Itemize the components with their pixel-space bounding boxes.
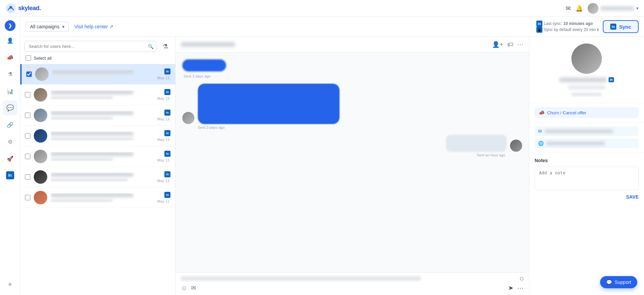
user-meta: in May 13.: [157, 110, 170, 121]
profile-linkedin-badge: in: [609, 77, 614, 82]
user-menu[interactable]: ▾: [588, 3, 639, 14]
list-item[interactable]: in May 13.: [20, 126, 175, 146]
tag-button[interactable]: 🏷: [507, 41, 513, 48]
user-meta: in May 13.: [157, 68, 170, 80]
add-user-button[interactable]: 👤+: [492, 41, 503, 48]
logo: skylead.: [5, 3, 41, 14]
sidebar-item-theme[interactable]: ✳: [3, 277, 18, 292]
list-item[interactable]: in May 13.: [20, 105, 175, 126]
message-sent: Sent 3 days ago: [182, 59, 522, 78]
user-info: [51, 131, 154, 141]
sidebar-item-linkedin[interactable]: in: [3, 168, 18, 183]
svg-point-1: [9, 6, 12, 8]
support-button[interactable]: 💬 Support: [600, 276, 637, 288]
profile-extra: [571, 93, 602, 96]
user-meta: in May 13.: [157, 171, 170, 183]
compose-more-button[interactable]: ⋯: [517, 284, 524, 292]
dropdown-icon: ▾: [636, 6, 639, 11]
list-item[interactable]: in May 13.: [20, 85, 175, 105]
help-center-link[interactable]: Visit help center ↗: [74, 24, 113, 29]
chat-messages: Sent 3 days ago Sent 3 days ago: [176, 53, 529, 272]
email-value: [545, 129, 613, 133]
list-item[interactable]: in May 13.: [20, 167, 175, 187]
linkedin-badge: in: [164, 171, 170, 177]
user-subtitle: [51, 199, 113, 202]
sidebar-item-filter[interactable]: ⚗: [3, 67, 18, 82]
send-button[interactable]: ➤: [508, 284, 513, 292]
user-checkbox[interactable]: [25, 174, 30, 180]
linkedin-badge: in: [164, 68, 170, 75]
filter-button[interactable]: ⚗: [160, 41, 171, 52]
campaign-dropdown-icon: ▾: [62, 24, 64, 29]
save-button[interactable]: SAVE: [626, 194, 639, 200]
sync-li-icon: in: [536, 21, 542, 27]
user-checkbox[interactable]: [25, 133, 30, 139]
bell-icon[interactable]: 🔔: [575, 5, 583, 12]
sync-button[interactable]: in Sync: [603, 20, 639, 33]
user-checkbox[interactable]: [25, 154, 30, 159]
user-subtitle: [51, 96, 113, 99]
search-icon: 🔍: [148, 44, 154, 49]
message-bubble: [198, 84, 340, 124]
contact-email-row: ✉: [535, 126, 639, 136]
user-checkbox[interactable]: [25, 113, 30, 118]
linkedin-icon: in: [6, 171, 14, 179]
user-name: [51, 193, 133, 197]
website-icon: 🌐: [538, 141, 544, 146]
sidebar-item-settings[interactable]: ⚙: [3, 134, 18, 149]
user-date: May 13.: [157, 158, 170, 162]
user-checkbox[interactable]: [25, 92, 30, 97]
notes-save-row: SAVE: [535, 194, 639, 200]
search-input[interactable]: [24, 41, 157, 52]
sync-btn-li-icon: in: [610, 24, 616, 30]
message-time: Sent 3 days ago: [198, 125, 225, 129]
sidebar-item-launch[interactable]: 🚀: [3, 151, 18, 166]
chat-user-name: [181, 42, 235, 47]
compose-right-actions: ➤ ⋯: [508, 284, 524, 292]
linkedin-badge: in: [164, 192, 170, 198]
list-item[interactable]: in May 11.: [20, 187, 175, 208]
user-checkbox[interactable]: [25, 195, 30, 200]
chat-panel: 👤+ 🏷 ⋯ Sent 3 days ago Sent: [176, 37, 529, 295]
sidebar-item-profile[interactable]: 👤: [3, 33, 18, 48]
sidebar-toggle[interactable]: ❯: [5, 20, 16, 31]
sync-info-icon[interactable]: ℹ: [597, 27, 599, 32]
user-meta: in May 13.: [157, 151, 170, 162]
right-panel: in 📣 Churn / Cancel offer ✉ 🌐: [529, 37, 644, 295]
sidebar-item-campaigns[interactable]: 📣: [3, 50, 18, 65]
avatar: [34, 170, 47, 184]
tag-label: Churn / Cancel offer: [547, 110, 586, 115]
search-bar: 🔍 ⚗: [20, 37, 175, 52]
notes-input[interactable]: [535, 167, 639, 190]
tags-section: 📣 Churn / Cancel offer: [529, 103, 644, 122]
profile-section: in: [529, 37, 644, 103]
message-received: Sent an hour ago: [182, 135, 522, 157]
user-checkbox[interactable]: [26, 71, 32, 77]
user-subtitle: [51, 137, 133, 141]
compose-actions-row: ☺ ✉ ➤ ⋯: [181, 284, 524, 292]
emoji-button[interactable]: ☺: [181, 284, 187, 292]
mail-icon[interactable]: ✉: [566, 5, 571, 12]
sidebar-item-analytics[interactable]: 📊: [3, 84, 18, 98]
user-name: [52, 70, 133, 74]
sync-last-label: Last sync:: [544, 21, 562, 26]
email-template-button[interactable]: ✉: [191, 284, 196, 292]
message-sent: Sent 3 days ago: [182, 84, 522, 129]
campaign-dropdown[interactable]: All campaigns ▾: [26, 22, 69, 32]
list-item[interactable]: in May 13.: [20, 146, 175, 167]
profile-avatar: [571, 43, 602, 74]
sidebar-item-inbox[interactable]: 💬: [3, 100, 18, 115]
sidebar-item-links[interactable]: 🔗: [3, 117, 18, 132]
avatar: [34, 150, 47, 163]
user-info: [51, 173, 154, 182]
tag-item-churn[interactable]: 📣 Churn / Cancel offer: [535, 107, 639, 118]
message-bubble: [182, 59, 226, 71]
search-input-wrap: 🔍: [24, 41, 157, 52]
select-all-checkbox[interactable]: [26, 55, 31, 61]
notes-section: Notes SAVE: [529, 152, 644, 205]
list-item[interactable]: in May 13.: [20, 64, 175, 85]
expand-icon[interactable]: ⬡: [520, 276, 524, 281]
user-info: [52, 70, 154, 79]
user-date: May 13.: [157, 138, 170, 142]
more-options-button[interactable]: ⋯: [517, 41, 524, 48]
